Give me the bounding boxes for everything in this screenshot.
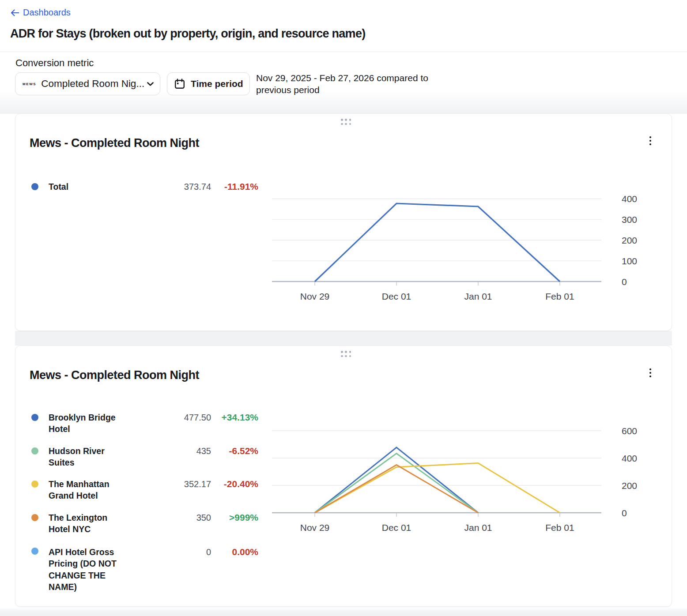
svg-text:400: 400 xyxy=(622,194,637,204)
svg-text:Nov 29: Nov 29 xyxy=(300,522,330,533)
svg-text:Jan 01: Jan 01 xyxy=(464,522,492,533)
svg-text:200: 200 xyxy=(622,481,637,491)
svg-text:Feb 01: Feb 01 xyxy=(545,522,574,533)
svg-text:Dec 01: Dec 01 xyxy=(382,291,411,301)
svg-text:Jan 01: Jan 01 xyxy=(464,291,492,301)
svg-text:0: 0 xyxy=(622,277,627,287)
svg-text:Nov 29: Nov 29 xyxy=(300,291,330,301)
svg-text:600: 600 xyxy=(622,426,637,436)
svg-text:Dec 01: Dec 01 xyxy=(382,522,411,533)
svg-text:300: 300 xyxy=(622,214,637,225)
svg-text:0: 0 xyxy=(622,508,627,518)
svg-text:100: 100 xyxy=(622,256,637,266)
svg-text:200: 200 xyxy=(622,235,637,245)
svg-text:Feb 01: Feb 01 xyxy=(545,291,574,301)
svg-text:400: 400 xyxy=(622,453,637,463)
